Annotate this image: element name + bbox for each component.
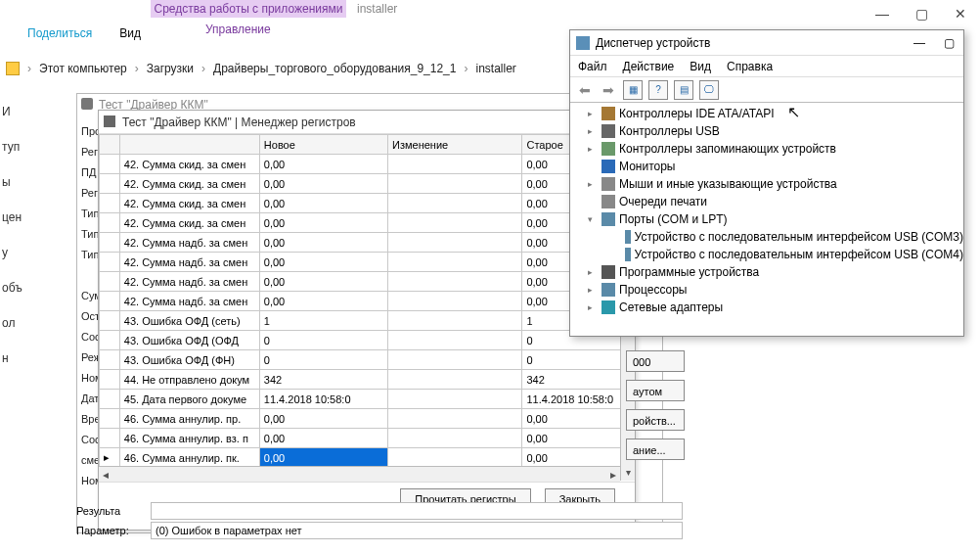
device-label: Мыши и иные указывающие устройства [619, 175, 837, 193]
fragment[interactable]: ание... [626, 439, 685, 460]
device-tree[interactable]: ▸Контроллеры IDE ATA/ATAPI▸Контроллеры U… [570, 103, 963, 332]
device-tree-node[interactable]: ▾Порты (COM и LPT) [570, 210, 963, 228]
device-tree-child[interactable]: Устройство с последовательным интерфейсо… [570, 228, 963, 246]
device-tree-node[interactable]: ▸Контроллеры запоминающих устройств [570, 140, 963, 158]
result-label: Результа [76, 505, 145, 517]
bottom-status: Результа Параметр:(0) Ошибок в параметра… [76, 501, 683, 540]
device-icon [601, 212, 615, 226]
param-field: (0) Ошибок в параметрах нет [151, 522, 683, 539]
expand-icon[interactable]: ▸ [588, 281, 598, 299]
ribbon-view[interactable]: Вид [119, 26, 141, 40]
table-row[interactable]: 42. Сумма скид. за смен0,000,00 [100, 174, 635, 194]
devmgr-title-text: Диспетчер устройств [596, 36, 710, 50]
table-row[interactable]: 42. Сумма надб. за смен0,000,00 [100, 233, 635, 253]
menu-file[interactable]: Файл [578, 60, 607, 73]
device-icon [601, 124, 615, 138]
forward-icon[interactable]: ➡ [600, 82, 617, 98]
horizontal-scrollbar[interactable]: ◂▸ [99, 466, 620, 482]
back-icon[interactable]: ⬅ [576, 82, 594, 98]
device-label: Контроллеры запоминающих устройств [619, 140, 836, 158]
folder-icon [6, 62, 20, 75]
expand-icon[interactable]: ▸ [588, 175, 598, 193]
device-tree-node[interactable]: ▸Программные устройства [570, 263, 963, 281]
table-row[interactable]: 42. Сумма надб. за смен0,000,00 [100, 292, 635, 311]
table-row[interactable]: 45. Дата первого докуме11.4.2018 10:58:0… [100, 390, 635, 409]
col-name[interactable] [119, 135, 259, 155]
table-row[interactable]: 44. Не отправлено докум342342 [100, 370, 635, 390]
maximize-icon[interactable]: ▢ [902, 0, 941, 27]
table-row[interactable]: ▸46. Сумма аннулир. пк. 0,000,00 [100, 448, 635, 468]
table-row[interactable]: 46. Сумма аннулир. вз. п0,000,00 [100, 429, 635, 448]
device-label: Мониторы [619, 158, 675, 175]
devmgr-toolbar: ⬅ ➡ ▦ ? ▤ 🖵 [570, 77, 963, 103]
table-row[interactable]: 42. Сумма скид. за смен0,000,00 [100, 155, 635, 174]
device-label: Устройство с последовательным интерфейсо… [635, 246, 963, 263]
table-row[interactable]: 43. Ошибка ОФД (сеть)11 [100, 311, 635, 331]
col-change[interactable]: Изменение [388, 135, 522, 155]
monitor-icon[interactable]: 🖵 [699, 80, 719, 100]
table-row[interactable]: 43. Ошибка ОФД (ФН)00 [100, 350, 635, 370]
device-icon [601, 107, 615, 120]
expand-icon[interactable]: ▾ [588, 210, 598, 228]
table-row[interactable]: 42. Сумма скид. за смен0,000,00 [100, 213, 635, 233]
table-row[interactable]: 42. Сумма скид. за смен0,000,00 [100, 194, 635, 213]
table-row[interactable]: 42. Сумма надб. за смен0,000,00 [100, 253, 635, 272]
device-tree-node[interactable]: ▸Контроллеры IDE ATA/ATAPI [570, 105, 963, 122]
expand-icon[interactable]: ▸ [588, 140, 598, 158]
device-icon [601, 195, 615, 208]
device-manager-icon [576, 36, 590, 50]
minimize-icon[interactable]: — [905, 30, 934, 56]
fragment[interactable]: ройств... [626, 409, 685, 431]
device-tree-node[interactable]: ▸Сетевые адаптеры [570, 299, 963, 316]
menu-help[interactable]: Справка [727, 60, 773, 73]
close-icon[interactable]: ✕ [941, 0, 980, 27]
ribbon-tab-apps[interactable]: Средства работы с приложениями [151, 0, 346, 18]
ribbon-manage[interactable]: Управление [205, 23, 271, 36]
breadcrumb-item[interactable]: installer [475, 62, 515, 75]
table-row[interactable]: 42. Сумма надб. за смен0,000,00 [100, 272, 635, 292]
breadcrumb-item[interactable]: Этот компьютер [39, 62, 127, 75]
maximize-icon[interactable]: ▢ [934, 30, 963, 56]
expand-icon[interactable]: ▸ [588, 299, 598, 316]
fragment[interactable]: аутом [626, 380, 685, 401]
minimize-icon[interactable]: — [863, 0, 902, 27]
table-row[interactable]: 46. Сумма аннулир. пр. 0,000,00 [100, 409, 635, 429]
expand-icon[interactable]: ▸ [588, 105, 598, 122]
printer-icon [81, 98, 93, 110]
device-tree-node[interactable]: ▸Мыши и иные указывающие устройства [570, 175, 963, 193]
col-marker [100, 135, 120, 155]
ribbon-share[interactable]: Поделиться [27, 26, 92, 40]
help-icon[interactable]: ? [648, 80, 668, 100]
devmgr-menubar[interactable]: Файл Действие Вид Справка [570, 56, 963, 77]
scan-icon[interactable]: ▤ [674, 80, 693, 100]
breadcrumb-item[interactable]: Загрузки [147, 62, 194, 75]
device-label: Процессоры [619, 281, 688, 299]
explorer-window-controls: — ▢ ✕ [863, 0, 980, 27]
breadcrumb-item[interactable]: Драйверы_торгового_оборудования_9_12_1 [213, 62, 456, 75]
devmgr-titlebar[interactable]: Диспетчер устройств —▢ [570, 30, 963, 56]
device-label: Сетевые адаптеры [619, 299, 723, 316]
device-label: Контроллеры USB [619, 122, 720, 140]
device-tree-node[interactable]: ▸Контроллеры USB [570, 122, 963, 140]
registers-table[interactable]: Новое Изменение Старое 42. Сумма скид. з… [99, 134, 635, 468]
result-field [151, 502, 683, 520]
device-icon [625, 230, 631, 244]
device-label: Порты (COM и LPT) [619, 210, 728, 228]
device-icon [601, 177, 615, 191]
regmgr-title[interactable]: Тест "Драйвер ККМ" | Менеджер регистров … [99, 111, 635, 134]
device-tree-node[interactable]: Очереди печати [570, 193, 963, 210]
show-hidden-icon[interactable]: ▦ [623, 80, 643, 100]
col-new[interactable]: Новое [259, 135, 387, 155]
breadcrumb[interactable]: › Этот компьютер › Загрузки › Драйверы_т… [0, 58, 516, 79]
register-manager-window: Тест "Драйвер ККМ" | Менеджер регистров … [98, 110, 636, 531]
device-icon [601, 160, 615, 173]
device-tree-node[interactable]: ▸Процессоры [570, 281, 963, 299]
expand-icon[interactable]: ▸ [588, 263, 598, 281]
device-tree-node[interactable]: Мониторы [570, 158, 963, 175]
menu-action[interactable]: Действие [623, 60, 675, 73]
device-tree-child[interactable]: Устройство с последовательным интерфейсо… [570, 246, 963, 263]
left-panel-fragments: Итупыценуобъолн [0, 83, 27, 387]
table-row[interactable]: 43. Ошибка ОФД (ОФД00 [100, 331, 635, 350]
expand-icon[interactable]: ▸ [588, 122, 598, 140]
menu-view[interactable]: Вид [690, 60, 711, 73]
